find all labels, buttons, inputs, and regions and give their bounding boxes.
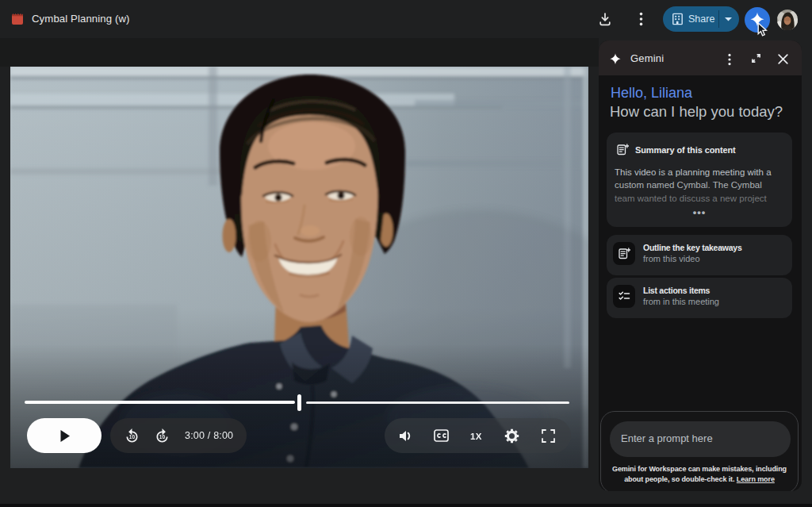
svg-text:10: 10 [159,434,166,440]
svg-text:10: 10 [129,434,136,440]
